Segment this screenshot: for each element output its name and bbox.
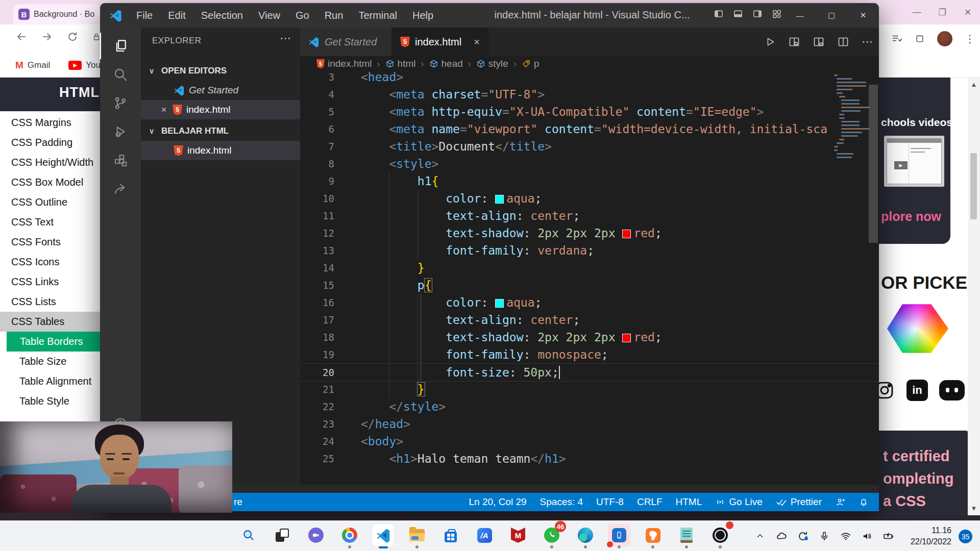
w3schools-videos-banner[interactable]: chools videos ▶ plore now xyxy=(879,78,950,244)
close-button[interactable]: ✕ xyxy=(847,3,879,28)
sidebar-item-css-tables[interactable]: CSS Tables xyxy=(0,312,100,332)
scroll-up-arrow[interactable]: ▲ xyxy=(968,81,980,88)
discord-icon[interactable] xyxy=(939,380,965,400)
taskbar-app-file-explorer[interactable] xyxy=(406,524,428,546)
taskbar-app-mcafee[interactable]: M xyxy=(507,524,529,546)
forward-arrow-icon[interactable] xyxy=(41,31,53,43)
code-line-20[interactable]: 20 font-size: 50px; xyxy=(300,363,879,382)
status-item[interactable]: Ln 20, Col 29 xyxy=(469,496,527,508)
breadcrumb-item-head[interactable]: head xyxy=(429,58,463,69)
menu-go[interactable]: Go xyxy=(289,8,316,23)
reload-icon[interactable] xyxy=(66,31,79,43)
sidebar-item-table-alignment[interactable]: Table Alignment xyxy=(0,371,100,391)
back-arrow-icon[interactable] xyxy=(15,31,28,43)
code-line-6[interactable]: 6 <meta name="viewport" content="width=d… xyxy=(300,120,879,138)
tab-icon[interactable] xyxy=(915,34,925,44)
taskbar-app-phone-app[interactable] xyxy=(608,524,630,546)
code-line-5[interactable]: 5 <meta http-equiv="X-UA-Compatible" con… xyxy=(300,103,879,120)
reading-list-icon[interactable] xyxy=(891,33,902,44)
avatar[interactable] xyxy=(937,31,952,46)
files-icon[interactable] xyxy=(100,33,141,59)
status-item[interactable]: CRLF xyxy=(637,496,663,508)
layout-grid-icon[interactable] xyxy=(772,9,782,19)
horizontal-scrollbar[interactable] xyxy=(141,485,879,493)
code-area[interactable]: 3<head>4 <meta charset="UTF-8">5 <meta h… xyxy=(300,71,879,466)
scroll-down-arrow[interactable]: ▼ xyxy=(968,505,980,512)
status-item[interactable]: UTF-8 xyxy=(596,496,624,508)
sidebar-item-css-icons[interactable]: CSS Icons xyxy=(0,252,100,272)
sync-icon[interactable] xyxy=(794,529,812,543)
bookmark-item[interactable]: MGmail xyxy=(15,60,50,71)
menu-selection[interactable]: Selection xyxy=(194,8,250,23)
browser-close-button[interactable]: ✕ xyxy=(963,7,973,18)
video-thumbnail[interactable]: ▶ xyxy=(884,136,944,187)
play-button-icon[interactable]: ▶ xyxy=(894,161,908,169)
run-icon[interactable] xyxy=(765,36,776,47)
battery-icon[interactable] xyxy=(879,529,898,543)
explorer-more-icon[interactable]: ⋯ xyxy=(280,32,291,45)
sidebar-item-css-text[interactable]: CSS Text xyxy=(0,212,100,232)
go-live-button[interactable]: Go Live xyxy=(715,496,762,508)
status-item[interactable]: Spaces: 4 xyxy=(540,496,583,508)
code-line-14[interactable]: 14 } xyxy=(300,259,879,277)
split-search-icon[interactable] xyxy=(788,36,800,48)
linkedin-icon[interactable]: in xyxy=(906,380,928,401)
open-editor-get-started[interactable]: Get Started xyxy=(141,81,300,100)
code-line-23[interactable]: 23</head> xyxy=(300,415,879,433)
breadcrumb-item-style[interactable]: style xyxy=(476,58,508,69)
breadcrumb-item-indexhtml[interactable]: 5index.html xyxy=(316,58,372,69)
code-line-12[interactable]: 12 text-shadow: 2px 2px 2px red; xyxy=(300,224,879,242)
code-line-16[interactable]: 16 color: aqua; xyxy=(300,294,879,311)
bell-icon[interactable] xyxy=(859,497,869,507)
editor-scrollbar-thumb[interactable] xyxy=(869,85,878,243)
sidebar-item-css-lists[interactable]: CSS Lists xyxy=(0,292,100,312)
minimize-button[interactable]: — xyxy=(784,3,816,28)
code-line-19[interactable]: 19 font-family: monospace; xyxy=(300,346,879,363)
layout-sidebar-icon[interactable] xyxy=(714,9,724,19)
source-control-icon[interactable] xyxy=(100,90,141,116)
split-keep-icon[interactable] xyxy=(813,36,825,48)
taskbar-app-ms-store[interactable] xyxy=(439,524,462,546)
sidebar-item-css-margins[interactable]: CSS Margins xyxy=(0,113,100,133)
code-line-18[interactable]: 18 text-shadow: 2px 2px 2px red; xyxy=(300,329,879,346)
code-line-15[interactable]: 15 p{ xyxy=(300,277,879,294)
code-line-9[interactable]: 9 h1{ xyxy=(300,172,879,190)
maximize-button[interactable]: ▢ xyxy=(816,3,847,28)
code-line-21[interactable]: 21 } xyxy=(300,381,879,398)
more-ellipsis[interactable]: ⋯ xyxy=(862,35,873,48)
browser-minimize-button[interactable]: — xyxy=(912,7,922,17)
code-line-11[interactable]: 11 text-align: center; xyxy=(300,207,879,224)
taskbar-app-whatsapp[interactable]: 46 xyxy=(541,524,563,546)
section-open-editors[interactable]: ∨OPEN EDITORS xyxy=(141,61,300,81)
code-line-17[interactable]: 17 text-align: center; xyxy=(300,311,879,329)
mic-icon[interactable] xyxy=(815,529,834,543)
instagram-icon[interactable] xyxy=(879,380,895,401)
sidebar-item-table-size[interactable]: Table Size xyxy=(0,352,100,371)
menu-view[interactable]: View xyxy=(252,8,287,23)
close-icon[interactable]: × xyxy=(159,105,168,115)
taskbar-app-chrome[interactable] xyxy=(338,524,361,546)
more-vertical-icon[interactable]: ⋮ xyxy=(965,33,975,45)
menu-terminal[interactable]: Terminal xyxy=(352,8,404,23)
taskbar-app-task-view[interactable] xyxy=(271,524,293,546)
sidebar-item-css-fonts[interactable]: CSS Fonts xyxy=(0,232,100,252)
file-index-html[interactable]: 5index.html xyxy=(141,141,300,160)
get-certified-card[interactable]: t certifiedompletinga CSS xyxy=(879,431,968,515)
menu-help[interactable]: Help xyxy=(406,8,440,23)
scrollbar-thumb[interactable] xyxy=(970,153,977,219)
browser-scrollbar[interactable]: ▲ ▼ xyxy=(968,78,980,515)
taskbar-app-obs[interactable] xyxy=(709,524,731,546)
code-line-3[interactable]: 3<head> xyxy=(300,71,879,86)
sidebar-item-table-style[interactable]: Table Style xyxy=(0,391,100,411)
code-line-10[interactable]: 10 color: aqua; xyxy=(300,190,879,207)
taskbar-app-windows-search[interactable] xyxy=(237,524,260,546)
sidebar-item-table-borders[interactable]: Table Borders xyxy=(7,332,100,352)
breadcrumb-item-html[interactable]: html xyxy=(385,58,416,69)
menu-run[interactable]: Run xyxy=(318,8,350,23)
minimap[interactable] xyxy=(834,71,868,224)
code-line-24[interactable]: 24<body> xyxy=(300,433,879,450)
section-belajar-html[interactable]: ∨BELAJAR HTML xyxy=(141,121,300,141)
taskbar-app-notes-app[interactable] xyxy=(675,524,698,546)
editor-scrollbar[interactable] xyxy=(868,71,879,466)
sidebar-item-css-height-width[interactable]: CSS Height/Width xyxy=(0,153,100,172)
